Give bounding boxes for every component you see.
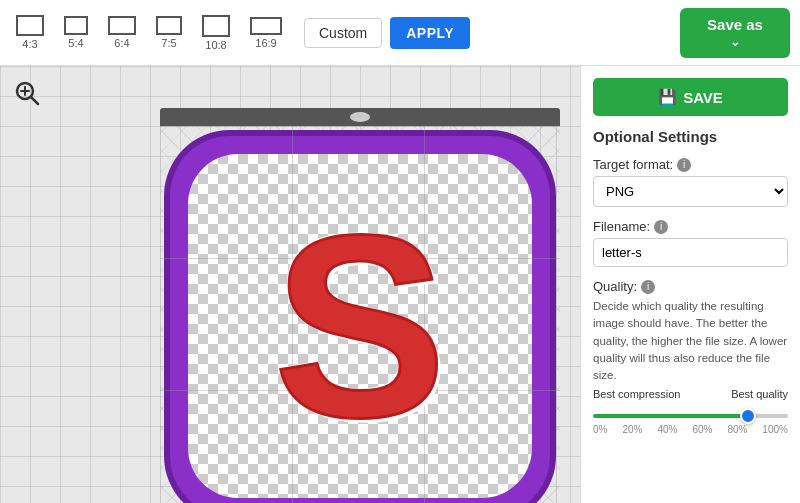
custom-button[interactable]: Custom bbox=[304, 18, 382, 48]
apply-button[interactable]: APPLY bbox=[390, 17, 470, 49]
aspect-ratio-5-4[interactable]: 5:4 bbox=[58, 12, 94, 53]
right-panel: 💾 SAVE Optional Settings Target format: … bbox=[580, 66, 800, 503]
aspect-ratio-4-3[interactable]: 4:3 bbox=[10, 11, 50, 54]
quality-tick-40: 40% bbox=[657, 424, 677, 435]
filename-label: Filename: i bbox=[593, 219, 788, 234]
aspect-ratio-16-9[interactable]: 16:9 bbox=[244, 13, 288, 53]
s-logo: S bbox=[160, 126, 560, 503]
quality-slider-container bbox=[593, 404, 788, 422]
save-button[interactable]: 💾 SAVE bbox=[593, 78, 788, 116]
aspect-ratio-label: 6:4 bbox=[114, 37, 129, 49]
aspect-ratio-icon bbox=[64, 16, 88, 35]
format-field: Target format: i PNG JPG WEBP bbox=[593, 157, 788, 207]
aspect-ratio-label: 7:5 bbox=[161, 37, 176, 49]
aspect-ratio-label: 5:4 bbox=[68, 37, 83, 49]
s-letter: S bbox=[273, 196, 446, 456]
aspect-ratio-icon bbox=[202, 15, 230, 37]
quality-best-quality-label: Best quality bbox=[731, 388, 788, 400]
quality-tick-100: 100% bbox=[762, 424, 788, 435]
aspect-ratio-label: 10:8 bbox=[205, 39, 226, 51]
aspect-ratio-label: 4:3 bbox=[22, 38, 37, 50]
quality-tick-60: 60% bbox=[692, 424, 712, 435]
filename-input[interactable] bbox=[593, 238, 788, 267]
save-as-label: Save as bbox=[707, 16, 763, 33]
aspect-ratio-10-8[interactable]: 10:8 bbox=[196, 11, 236, 55]
quality-label: Quality: i bbox=[593, 279, 788, 294]
drag-bar[interactable] bbox=[160, 108, 560, 126]
quality-tick-0: 0% bbox=[593, 424, 607, 435]
drag-handle bbox=[350, 112, 370, 122]
image-container[interactable]: S bbox=[160, 126, 560, 503]
chevron-down-icon: ⌄ bbox=[730, 35, 740, 49]
quality-best-compression-label: Best compression bbox=[593, 388, 680, 400]
s-logo-background: S bbox=[188, 154, 532, 498]
quality-field: Quality: i Decide which quality the resu… bbox=[593, 279, 788, 435]
format-label: Target format: i bbox=[593, 157, 788, 172]
zoom-icon[interactable] bbox=[14, 80, 40, 106]
aspect-ratio-label: 16:9 bbox=[255, 37, 276, 49]
quality-description: Decide which quality the resulting image… bbox=[593, 298, 788, 384]
aspect-ratio-icon bbox=[16, 15, 44, 36]
quality-slider[interactable] bbox=[593, 414, 788, 418]
filename-info-icon[interactable]: i bbox=[654, 220, 668, 234]
toolbar: 4:3 5:4 6:4 7:5 10:8 16:9 Custom APPLY S… bbox=[0, 0, 800, 66]
svg-line-1 bbox=[31, 97, 38, 104]
main-area: S 💾 SAVE Optional Settings Target format… bbox=[0, 66, 800, 503]
filename-field: Filename: i bbox=[593, 219, 788, 267]
format-select[interactable]: PNG JPG WEBP bbox=[593, 176, 788, 207]
save-as-button[interactable]: Save as ⌄ bbox=[680, 8, 790, 58]
optional-settings-title: Optional Settings bbox=[593, 128, 788, 145]
save-label: SAVE bbox=[683, 89, 723, 106]
aspect-ratio-7-5[interactable]: 7:5 bbox=[150, 12, 188, 53]
quality-tick-20: 20% bbox=[622, 424, 642, 435]
format-info-icon[interactable]: i bbox=[677, 158, 691, 172]
s-logo-border: S bbox=[170, 136, 550, 503]
aspect-ratio-icon bbox=[250, 17, 282, 35]
save-icon: 💾 bbox=[658, 88, 677, 106]
aspect-ratio-6-4[interactable]: 6:4 bbox=[102, 12, 142, 53]
aspect-ratio-icon bbox=[108, 16, 136, 35]
quality-info-icon[interactable]: i bbox=[641, 280, 655, 294]
quality-range-labels: Best compression Best quality bbox=[593, 388, 788, 400]
aspect-ratio-icon bbox=[156, 16, 182, 35]
quality-tick-labels: 0% 20% 40% 60% 80% 100% bbox=[593, 424, 788, 435]
quality-tick-80: 80% bbox=[727, 424, 747, 435]
canvas-area[interactable]: S bbox=[0, 66, 580, 503]
